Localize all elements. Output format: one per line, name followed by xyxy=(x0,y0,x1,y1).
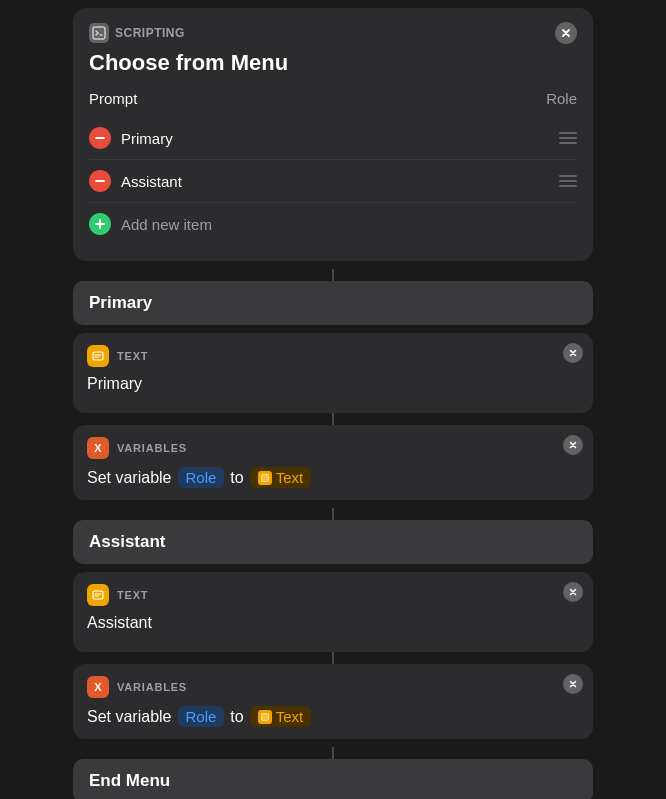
svg-rect-1 xyxy=(93,352,103,360)
assistant-text-close-button[interactable] xyxy=(563,582,583,602)
assistant-section-title: Assistant xyxy=(89,532,166,551)
primary-text-action: TEXT Primary xyxy=(73,333,593,413)
primary-set-label: Set variable xyxy=(87,469,172,487)
primary-item-name: Primary xyxy=(121,130,173,147)
primary-var-chip[interactable]: Role xyxy=(178,467,225,488)
scripting-label: SCRIPTING xyxy=(115,26,185,40)
assistant-section: Assistant TEXT Assistant xyxy=(73,520,593,739)
assistant-variables-icon: X xyxy=(87,676,109,698)
assistant-variables-type-label: VARIABLES xyxy=(117,681,187,693)
svg-rect-4 xyxy=(261,713,268,720)
prompt-label: Prompt xyxy=(89,90,137,107)
header-card: SCRIPTING Choose from Menu Prompt Role P… xyxy=(73,8,593,261)
menu-item-assistant: Assistant xyxy=(89,160,577,203)
primary-section: Primary TEXT Primary xyxy=(73,281,593,500)
assistant-text-action-header: TEXT xyxy=(87,584,579,606)
header-top-row: SCRIPTING xyxy=(89,22,577,44)
header-close-button[interactable] xyxy=(555,22,577,44)
assistant-text-chip[interactable]: Text xyxy=(250,706,312,727)
assistant-item-name: Assistant xyxy=(121,173,182,190)
primary-text-chip-icon xyxy=(258,471,272,485)
svg-rect-2 xyxy=(261,474,268,481)
assistant-variable-row: Set variable Role to Text xyxy=(87,706,579,727)
role-label: Role xyxy=(546,90,577,107)
connector-3 xyxy=(73,508,593,520)
remove-assistant-button[interactable] xyxy=(89,170,111,192)
primary-text-icon xyxy=(87,345,109,367)
primary-variables-icon: X xyxy=(87,437,109,459)
end-menu: End Menu xyxy=(73,759,593,799)
assistant-drag-handle[interactable] xyxy=(559,175,577,187)
connector-5 xyxy=(73,747,593,759)
assistant-section-header: Assistant xyxy=(73,520,593,564)
primary-variables-type-label: VARIABLES xyxy=(117,442,187,454)
assistant-var-chip[interactable]: Role xyxy=(178,706,225,727)
end-menu-title: End Menu xyxy=(89,771,170,790)
connector-4 xyxy=(73,652,593,664)
remove-primary-button[interactable] xyxy=(89,127,111,149)
connector-1 xyxy=(73,269,593,281)
assistant-variables-action: X VARIABLES Set variable Role to xyxy=(73,664,593,739)
primary-text-type-label: TEXT xyxy=(117,350,148,362)
assistant-text-action: TEXT Assistant xyxy=(73,572,593,652)
add-item-label: Add new item xyxy=(121,216,212,233)
assistant-to-label: to xyxy=(230,708,243,726)
primary-variables-action-header: X VARIABLES xyxy=(87,437,579,459)
assistant-text-icon xyxy=(87,584,109,606)
assistant-variables-close-button[interactable] xyxy=(563,674,583,694)
primary-variables-action: X VARIABLES Set variable Role to xyxy=(73,425,593,500)
primary-variable-row: Set variable Role to Text xyxy=(87,467,579,488)
primary-drag-handle[interactable] xyxy=(559,132,577,144)
assistant-text-content: Assistant xyxy=(87,614,579,640)
assistant-text-chip-label: Text xyxy=(276,708,304,725)
primary-variables-close-button[interactable] xyxy=(563,435,583,455)
add-new-item-row[interactable]: Add new item xyxy=(89,203,577,245)
scripting-icon xyxy=(89,23,109,43)
page-title: Choose from Menu xyxy=(89,50,577,76)
menu-item-assistant-left: Assistant xyxy=(89,170,182,192)
add-item-button[interactable] xyxy=(89,213,111,235)
connector-2 xyxy=(73,413,593,425)
menu-item-primary-left: Primary xyxy=(89,127,173,149)
primary-section-header: Primary xyxy=(73,281,593,325)
variables-x-icon: X xyxy=(94,442,101,454)
primary-text-chip-label: Text xyxy=(276,469,304,486)
primary-section-title: Primary xyxy=(89,293,152,312)
assistant-text-type-label: TEXT xyxy=(117,589,148,601)
svg-rect-3 xyxy=(93,591,103,599)
add-item-left: Add new item xyxy=(89,213,212,235)
assistant-variables-x-icon: X xyxy=(94,681,101,693)
primary-text-content: Primary xyxy=(87,375,579,401)
scripting-label-row: SCRIPTING xyxy=(89,23,185,43)
menu-items-list: Primary Assistant xyxy=(89,117,577,245)
menu-item-primary: Primary xyxy=(89,117,577,160)
primary-text-action-header: TEXT xyxy=(87,345,579,367)
primary-text-close-button[interactable] xyxy=(563,343,583,363)
assistant-variables-action-header: X VARIABLES xyxy=(87,676,579,698)
primary-text-chip[interactable]: Text xyxy=(250,467,312,488)
prompt-row: Prompt Role xyxy=(89,90,577,107)
assistant-set-label: Set variable xyxy=(87,708,172,726)
assistant-text-chip-icon xyxy=(258,710,272,724)
primary-to-label: to xyxy=(230,469,243,487)
